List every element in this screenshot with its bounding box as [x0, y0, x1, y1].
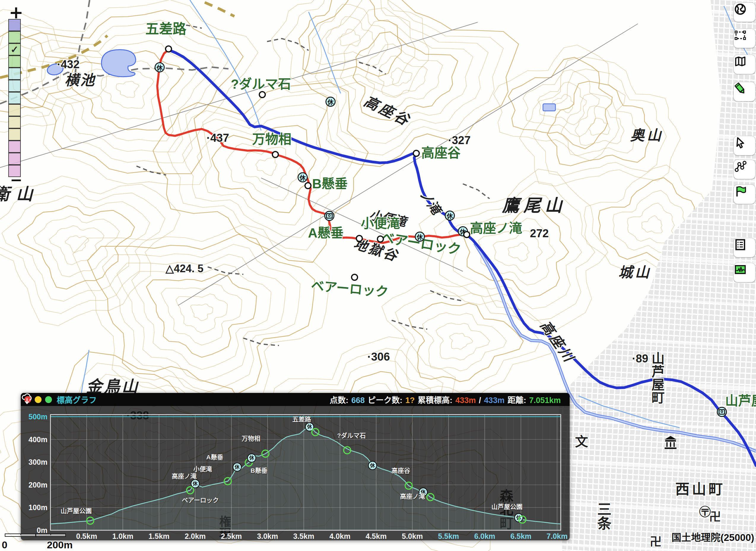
waypoint-dot[interactable] — [356, 235, 363, 242]
graph-waypoint-label: 山芦屋公園 — [491, 503, 522, 510]
map-attribution: 国土地理院(25000) — [672, 530, 754, 544]
pointer-icon — [734, 136, 747, 149]
waypoint-label: 高座谷 — [421, 146, 460, 159]
graph-waypoint-label: ?ダルマ石 — [337, 432, 366, 439]
zoom-level-6[interactable] — [8, 92, 21, 104]
waypoint-dot[interactable] — [259, 91, 266, 98]
globe-icon — [734, 3, 747, 16]
svg-text:200m: 200m — [28, 481, 47, 489]
scale-distance-label: 200m — [47, 539, 73, 551]
svg-text:4.5km: 4.5km — [366, 532, 387, 540]
zoom-level-3[interactable] — [8, 55, 21, 68]
zoom-level-1[interactable] — [8, 31, 21, 43]
photo-marker[interactable] — [717, 407, 727, 417]
svg-text:休: 休 — [370, 463, 375, 469]
camera-icon — [719, 409, 725, 415]
svg-text:400m: 400m — [28, 435, 47, 444]
rest-marker[interactable]: 休 — [298, 172, 308, 182]
zoom-level-5[interactable] — [8, 80, 21, 92]
map-button[interactable] — [733, 55, 755, 74]
svg-text:0m: 0m — [37, 526, 47, 534]
zoom-level-9[interactable] — [8, 128, 21, 140]
route-button[interactable] — [733, 159, 755, 179]
scale-zero-label: 0 — [2, 539, 7, 551]
svg-text:300m: 300m — [28, 458, 47, 466]
select-area-icon — [734, 29, 747, 42]
rest-marker[interactable]: 休 — [445, 210, 455, 221]
svg-text:5.5km: 5.5km — [438, 532, 459, 540]
waypoint-label: A懸垂 — [308, 226, 344, 239]
elevation-chart[interactable]: 0.5km1.0km1.5km2.0km2.5km3.0km3.5km4.0km… — [21, 393, 570, 540]
waypoint-dot[interactable] — [413, 150, 420, 157]
activity-button[interactable] — [733, 263, 755, 282]
scale-bar — [5, 534, 66, 537]
pencil-icon — [734, 82, 747, 95]
waypoint-label: ベアーロック — [311, 279, 389, 299]
waypoint-label: ?ダルマ石 — [231, 78, 291, 91]
svg-text:500m: 500m — [28, 413, 47, 421]
waypoint-label: 小便滝 — [361, 217, 400, 230]
zoom-level-4[interactable] — [8, 68, 21, 80]
waypoint-dot[interactable] — [377, 235, 384, 242]
graph-waypoint-label: 高座谷 — [391, 467, 410, 474]
graph-waypoint-label: ベアーロック — [182, 497, 219, 504]
svg-text:2.5km: 2.5km — [221, 532, 242, 540]
zoom-level-10[interactable] — [8, 140, 21, 153]
waypoint-dot[interactable] — [165, 45, 172, 52]
svg-text:6.0km: 6.0km — [474, 532, 495, 540]
svg-text:休: 休 — [192, 481, 198, 487]
waypoint-dot[interactable] — [272, 151, 279, 158]
rest-marker[interactable]: 休 — [154, 62, 165, 72]
list-button[interactable] — [733, 238, 755, 257]
waypoint-label: 高座ノ滝 — [470, 222, 522, 235]
rest-marker[interactable]: 休 — [326, 97, 336, 107]
map-app: 横池·432·437△424. 5·306·327272·338·89高座谷地獄… — [0, 0, 756, 551]
zoom-out-button[interactable]: − — [10, 171, 23, 188]
zoom-level-0[interactable] — [8, 19, 21, 31]
rest-marker[interactable]: 休 — [415, 231, 425, 242]
pencil-button[interactable] — [733, 82, 755, 101]
pointer-button[interactable] — [733, 136, 755, 155]
svg-text:5.0km: 5.0km — [402, 532, 423, 540]
zoom-level-7[interactable] — [8, 104, 21, 116]
waypoint-dot[interactable] — [304, 182, 312, 189]
svg-text:休: 休 — [235, 464, 240, 470]
svg-text:100m: 100m — [28, 503, 47, 512]
waypoint-label: 五差路 — [145, 22, 186, 36]
svg-text:4.0km: 4.0km — [329, 532, 350, 540]
graph-waypoint-label: 山芦屋公園 — [60, 507, 92, 514]
select-area-button[interactable] — [733, 28, 755, 48]
elevation-panel[interactable]: 標高グラフ 点数:668ピーク数:1?累積標高:433m/433m距離:7.05… — [21, 393, 570, 540]
graph-waypoint-label: 高座ノ滝 — [400, 493, 425, 500]
svg-text:0.5km: 0.5km — [76, 532, 97, 540]
camera-icon — [326, 213, 333, 218]
globe-button[interactable] — [733, 2, 755, 22]
photo-marker[interactable] — [324, 211, 334, 221]
graph-waypoint-label: B懸垂 — [251, 467, 267, 474]
activity-icon — [734, 263, 747, 276]
route-icon — [734, 160, 747, 173]
svg-text:3.0km: 3.0km — [257, 532, 278, 540]
list-icon — [734, 238, 747, 251]
waypoint-dot[interactable] — [463, 231, 470, 238]
flag-button[interactable] — [733, 184, 755, 204]
svg-text:2.0km: 2.0km — [184, 532, 206, 540]
svg-text:1.0km: 1.0km — [112, 532, 133, 540]
waypoint-dot[interactable] — [351, 274, 358, 281]
graph-waypoint-label: 小便滝 — [194, 466, 212, 472]
waypoint-label: 万物相 — [252, 133, 291, 146]
svg-text:休: 休 — [249, 455, 255, 461]
flag-icon — [734, 185, 747, 198]
svg-text:6.5km: 6.5km — [510, 532, 531, 540]
graph-waypoint-label: 万物相 — [241, 435, 260, 442]
svg-text:7.0km: 7.0km — [546, 532, 568, 540]
zoom-level-11[interactable] — [8, 153, 21, 165]
svg-text:3.5km: 3.5km — [293, 532, 314, 540]
waypoint-label: 山芦屋公園 — [725, 395, 756, 408]
zoom-level-8[interactable] — [8, 116, 21, 128]
waypoint-label: B懸垂 — [312, 177, 348, 190]
graph-waypoint-label: A懸垂 — [206, 454, 223, 461]
svg-text:休: 休 — [307, 424, 312, 430]
graph-waypoint-label: 高座ノ滝 — [172, 473, 197, 480]
zoom-level-2[interactable]: ✓ — [8, 43, 21, 55]
